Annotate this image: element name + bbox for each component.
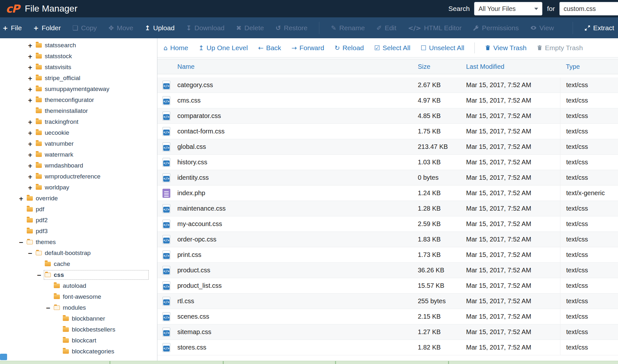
nav-button-empty-trash[interactable]: Empty Trash (537, 44, 583, 52)
size-column-header[interactable]: Size (412, 63, 460, 70)
tree-item-blockcart[interactable]: blockcart (0, 335, 157, 346)
tree-item-themes[interactable]: −themes (0, 237, 157, 248)
tree-item-trackingfront[interactable]: +trackingfront (0, 116, 157, 127)
name-column-header[interactable]: Name (177, 63, 412, 70)
tree-item-vatnumber[interactable]: +vatnumber (0, 138, 157, 149)
toolbar-button-restore[interactable]: ↺Restore (276, 24, 307, 32)
file-row-maintenance-css[interactable]: maintenance.css1.28 KBMar 15, 2017, 7:52… (157, 201, 618, 216)
type-column-header[interactable]: Type (560, 63, 618, 70)
tree-item-blockbanner[interactable]: blockbanner (0, 313, 157, 324)
search-scope-select[interactable]: All Your Files (474, 2, 542, 15)
toolbar-button-file[interactable]: +File (3, 24, 22, 32)
file-row-category-css[interactable]: category.css2.67 KBMar 15, 2017, 7:52 AM… (157, 77, 618, 93)
tree-item-themeinstallator[interactable]: themeinstallator (0, 105, 157, 116)
file-row-global-css[interactable]: global.css213.47 KBMar 15, 2017, 7:52 AM… (157, 139, 618, 155)
expand-toggle-icon[interactable]: + (28, 53, 35, 60)
toolbar-button-copy[interactable]: ❏Copy (72, 24, 97, 32)
collapse-toggle-icon[interactable]: − (19, 239, 26, 246)
expand-toggle-icon[interactable]: + (28, 162, 35, 169)
file-row-product-css[interactable]: product.css36.26 KBMar 15, 2017, 7:52 AM… (157, 263, 618, 278)
expand-toggle-icon[interactable]: + (28, 64, 35, 71)
sidebar-scrollbar-thumb[interactable] (0, 354, 7, 360)
nav-button-reload[interactable]: ↻Reload (334, 44, 364, 52)
tree-item-sumuppaymentgateway[interactable]: +sumuppaymentgateway (0, 84, 157, 95)
nav-button-forward[interactable]: →Forward (291, 44, 324, 52)
toolbar-button-permissions[interactable]: Permissions (473, 24, 519, 32)
last-modified-column-header[interactable]: Last Modified (460, 63, 560, 70)
nav-button-back[interactable]: ←Back (258, 44, 281, 52)
tree-item-wmproductreference[interactable]: +wmproductreference (0, 171, 157, 182)
toolbar-button-delete[interactable]: ✖Delete (236, 24, 264, 32)
toolbar-button-download[interactable]: ↧Download (186, 24, 224, 32)
tree-item-autoload[interactable]: autoload (0, 280, 157, 291)
file-row-comparator-css[interactable]: comparator.css4.85 KBMar 15, 2017, 7:52 … (157, 108, 618, 124)
collapse-toggle-icon[interactable]: − (37, 272, 44, 278)
expand-toggle-icon[interactable]: + (28, 141, 35, 147)
tree-item-statsvisits[interactable]: +statsvisits (0, 62, 157, 73)
expand-toggle-icon[interactable]: + (28, 75, 35, 82)
tree-item-css[interactable]: −css (0, 269, 157, 280)
tree-item-worldpay[interactable]: +worldpay (0, 182, 157, 193)
toolbar-button-html-editor[interactable]: </>HTML Editor (408, 24, 462, 32)
toolbar-button-label: Folder (42, 24, 61, 32)
toolbar-button-upload[interactable]: ↥Upload (145, 24, 174, 32)
toolbar-button-view[interactable]: View (530, 24, 554, 32)
file-row-order-opc-css[interactable]: order-opc.css1.83 KBMar 15, 2017, 7:52 A… (157, 232, 618, 247)
expand-toggle-icon[interactable]: + (28, 130, 35, 136)
file-row-identity-css[interactable]: identity.css0 bytesMar 15, 2017, 7:52 AM… (157, 170, 618, 186)
toolbar-button-folder[interactable]: +Folder (33, 24, 61, 32)
tree-item-stripe-official[interactable]: +stripe_official (0, 73, 157, 84)
tree-item-pdf2[interactable]: pdf2 (0, 215, 157, 226)
expand-toggle-icon[interactable]: + (28, 151, 35, 158)
nav-button-select-all[interactable]: ☑Select All (374, 44, 410, 52)
file-row-contact-form-css[interactable]: contact-form.css1.75 KBMar 15, 2017, 7:5… (157, 124, 618, 139)
up-one-level-icon: ↥ (199, 45, 204, 51)
search-input[interactable] (559, 2, 618, 15)
file-row-sitemap-css[interactable]: sitemap.css1.27 KBMar 15, 2017, 7:52 AMt… (157, 324, 618, 340)
expand-toggle-icon[interactable]: + (28, 119, 35, 125)
file-row-cms-css[interactable]: cms.css4.97 KBMar 15, 2017, 7:52 AMtext/… (157, 93, 618, 108)
tree-item-box: worldpay (35, 183, 149, 192)
tree-item-pdf[interactable]: pdf (0, 204, 157, 215)
expand-toggle-icon[interactable]: + (28, 184, 35, 191)
tree-item-blockcategories[interactable]: blockcategories (0, 346, 157, 357)
tree-item-themeconfigurator[interactable]: +themeconfigurator (0, 95, 157, 105)
toolbar-button-extract[interactable]: Extract (585, 24, 614, 32)
file-row-rtl-css[interactable]: rtl.css255 bytesMar 15, 2017, 7:52 AMtex… (157, 294, 618, 309)
toolbar-button-edit[interactable]: ✐Edit (376, 24, 396, 32)
toolbar-divider (319, 22, 319, 34)
file-row-stores-css[interactable]: stores.css1.82 KBMar 15, 2017, 7:52 AMte… (157, 340, 618, 355)
file-row-my-account-css[interactable]: my-account.css2.59 KBMar 15, 2017, 7:52 … (157, 216, 618, 232)
expand-toggle-icon[interactable]: + (28, 86, 35, 93)
nav-button-view-trash[interactable]: View Trash (485, 44, 527, 52)
home-icon: ⌂ (164, 45, 168, 51)
tree-item-statssearch[interactable]: +statssearch (0, 40, 157, 51)
nav-button-unselect-all[interactable]: ☐Unselect All (421, 44, 464, 52)
file-row-history-css[interactable]: history.css1.03 KBMar 15, 2017, 7:52 AMt… (157, 155, 618, 170)
tree-item-override[interactable]: +override (0, 193, 157, 204)
tree-item-cache[interactable]: cache (0, 259, 157, 269)
tree-item-default-bootstrap[interactable]: −default-bootstrap (0, 248, 157, 259)
file-row-print-css[interactable]: print.css1.73 KBMar 15, 2017, 7:52 AMtex… (157, 247, 618, 263)
collapse-toggle-icon[interactable]: − (28, 250, 35, 257)
file-row-product-list-css[interactable]: product_list.css15.57 KBMar 15, 2017, 7:… (157, 278, 618, 294)
nav-button-up-one-level[interactable]: ↥Up One Level (199, 44, 248, 52)
expand-toggle-icon[interactable]: + (28, 97, 35, 104)
tree-item-uecookie[interactable]: +uecookie (0, 127, 157, 138)
collapse-toggle-icon[interactable]: − (46, 305, 53, 311)
expand-toggle-icon[interactable]: + (28, 42, 35, 49)
tree-item-watermark[interactable]: +watermark (0, 149, 157, 160)
nav-button-home[interactable]: ⌂Home (164, 44, 188, 52)
expand-toggle-icon[interactable]: + (28, 173, 35, 180)
expand-toggle-icon[interactable]: + (19, 195, 26, 202)
tree-item-wmdashboard[interactable]: +wmdashboard (0, 160, 157, 171)
file-row-scenes-css[interactable]: scenes.css2.15 KBMar 15, 2017, 7:52 AMte… (157, 309, 618, 324)
file-row-index-php[interactable]: index.php1.24 KBMar 15, 2017, 7:52 AMtex… (157, 186, 618, 201)
tree-item-statsstock[interactable]: +statsstock (0, 51, 157, 62)
tree-item-blockbestsellers[interactable]: blockbestsellers (0, 324, 157, 335)
tree-item-font-awesome[interactable]: font-awesome (0, 291, 157, 302)
toolbar-button-move[interactable]: ✥Move (108, 24, 133, 32)
tree-item-pdf3[interactable]: pdf3 (0, 226, 157, 237)
toolbar-button-rename[interactable]: ✎Rename (331, 24, 365, 32)
tree-item-modules[interactable]: −modules (0, 302, 157, 313)
